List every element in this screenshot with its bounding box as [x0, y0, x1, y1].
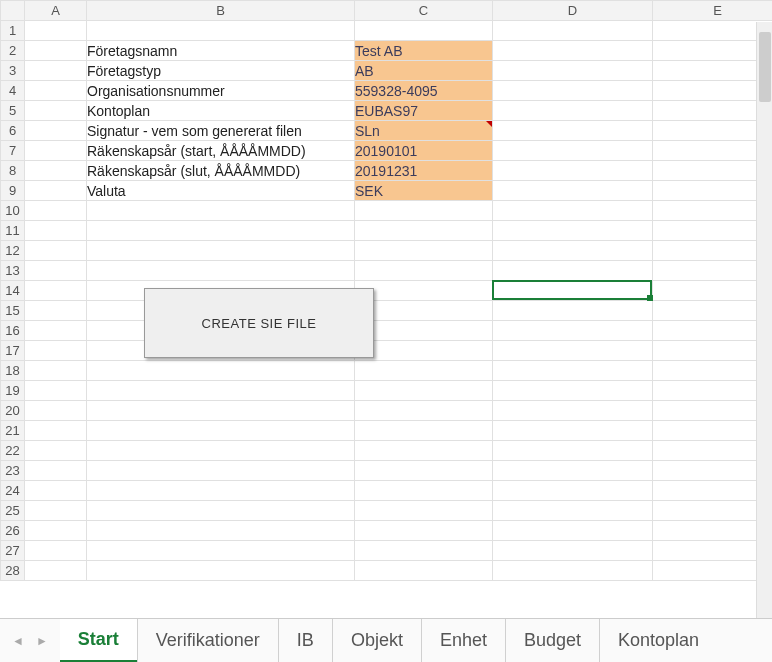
row-header-18[interactable]: 18 [1, 361, 25, 381]
cell-D25[interactable] [493, 501, 653, 521]
cell-C13[interactable] [355, 261, 493, 281]
row-header-22[interactable]: 22 [1, 441, 25, 461]
cell-C28[interactable] [355, 561, 493, 581]
vertical-scrollbar[interactable] [756, 22, 772, 618]
cell-D2[interactable] [493, 41, 653, 61]
cell-D27[interactable] [493, 541, 653, 561]
cell-B21[interactable] [87, 421, 355, 441]
cell-E21[interactable] [653, 421, 773, 441]
cell-D11[interactable] [493, 221, 653, 241]
row-header-8[interactable]: 8 [1, 161, 25, 181]
cell-E7[interactable] [653, 141, 773, 161]
cell-A5[interactable] [25, 101, 87, 121]
cell-B6[interactable]: Signatur - vem som genererat filen [87, 121, 355, 141]
cell-E15[interactable] [653, 301, 773, 321]
cell-D10[interactable] [493, 201, 653, 221]
cell-A7[interactable] [25, 141, 87, 161]
cell-E22[interactable] [653, 441, 773, 461]
cell-E8[interactable] [653, 161, 773, 181]
cell-E3[interactable] [653, 61, 773, 81]
row-header-19[interactable]: 19 [1, 381, 25, 401]
cell-C24[interactable] [355, 481, 493, 501]
row-header-5[interactable]: 5 [1, 101, 25, 121]
sheet-tab-enhet[interactable]: Enhet [421, 619, 505, 662]
row-header-24[interactable]: 24 [1, 481, 25, 501]
cell-E12[interactable] [653, 241, 773, 261]
cell-E26[interactable] [653, 521, 773, 541]
cell-E1[interactable] [653, 21, 773, 41]
select-all-corner[interactable] [1, 1, 25, 21]
cell-C17[interactable] [355, 341, 493, 361]
cell-D19[interactable] [493, 381, 653, 401]
cell-E5[interactable] [653, 101, 773, 121]
cell-E14[interactable] [653, 281, 773, 301]
cell-E24[interactable] [653, 481, 773, 501]
row-header-12[interactable]: 12 [1, 241, 25, 261]
row-header-16[interactable]: 16 [1, 321, 25, 341]
row-header-17[interactable]: 17 [1, 341, 25, 361]
cell-A16[interactable] [25, 321, 87, 341]
cell-D6[interactable] [493, 121, 653, 141]
cell-C14[interactable] [355, 281, 493, 301]
row-header-15[interactable]: 15 [1, 301, 25, 321]
row-header-7[interactable]: 7 [1, 141, 25, 161]
cell-B28[interactable] [87, 561, 355, 581]
cell-B18[interactable] [87, 361, 355, 381]
cell-B26[interactable] [87, 521, 355, 541]
cell-A23[interactable] [25, 461, 87, 481]
cell-A21[interactable] [25, 421, 87, 441]
cell-B5[interactable]: Kontoplan [87, 101, 355, 121]
cell-C27[interactable] [355, 541, 493, 561]
cell-A27[interactable] [25, 541, 87, 561]
cell-E28[interactable] [653, 561, 773, 581]
cell-E16[interactable] [653, 321, 773, 341]
cell-A25[interactable] [25, 501, 87, 521]
cell-C16[interactable] [355, 321, 493, 341]
cell-D12[interactable] [493, 241, 653, 261]
cell-C3[interactable]: AB [355, 61, 493, 81]
cell-E18[interactable] [653, 361, 773, 381]
cell-A10[interactable] [25, 201, 87, 221]
cell-D26[interactable] [493, 521, 653, 541]
cell-A18[interactable] [25, 361, 87, 381]
sheet-tab-kontoplan[interactable]: Kontoplan [599, 619, 717, 662]
cell-A8[interactable] [25, 161, 87, 181]
cell-E25[interactable] [653, 501, 773, 521]
cell-D7[interactable] [493, 141, 653, 161]
cell-E27[interactable] [653, 541, 773, 561]
cell-A28[interactable] [25, 561, 87, 581]
cell-B7[interactable]: Räkenskapsår (start, ÅÅÅÅMMDD) [87, 141, 355, 161]
cell-D4[interactable] [493, 81, 653, 101]
cell-B9[interactable]: Valuta [87, 181, 355, 201]
cell-B12[interactable] [87, 241, 355, 261]
cell-E13[interactable] [653, 261, 773, 281]
cell-D16[interactable] [493, 321, 653, 341]
cell-B25[interactable] [87, 501, 355, 521]
cell-E17[interactable] [653, 341, 773, 361]
sheet-nav-next-icon[interactable]: ► [36, 634, 48, 648]
cell-B20[interactable] [87, 401, 355, 421]
row-header-1[interactable]: 1 [1, 21, 25, 41]
cell-C12[interactable] [355, 241, 493, 261]
cell-D1[interactable] [493, 21, 653, 41]
cell-B22[interactable] [87, 441, 355, 461]
cell-D5[interactable] [493, 101, 653, 121]
row-header-27[interactable]: 27 [1, 541, 25, 561]
cell-A15[interactable] [25, 301, 87, 321]
sheet-tab-verifikationer[interactable]: Verifikationer [137, 619, 278, 662]
cell-B2[interactable]: Företagsnamn [87, 41, 355, 61]
cell-D8[interactable] [493, 161, 653, 181]
cell-B27[interactable] [87, 541, 355, 561]
create-sie-file-button[interactable]: CREATE SIE FILE [144, 288, 374, 358]
cell-D14[interactable] [493, 281, 653, 301]
row-header-21[interactable]: 21 [1, 421, 25, 441]
cell-D18[interactable] [493, 361, 653, 381]
cell-C26[interactable] [355, 521, 493, 541]
row-header-25[interactable]: 25 [1, 501, 25, 521]
cell-A1[interactable] [25, 21, 87, 41]
cell-E23[interactable] [653, 461, 773, 481]
row-header-3[interactable]: 3 [1, 61, 25, 81]
cell-C9[interactable]: SEK [355, 181, 493, 201]
cell-B13[interactable] [87, 261, 355, 281]
sheet-tab-start[interactable]: Start [60, 619, 137, 662]
